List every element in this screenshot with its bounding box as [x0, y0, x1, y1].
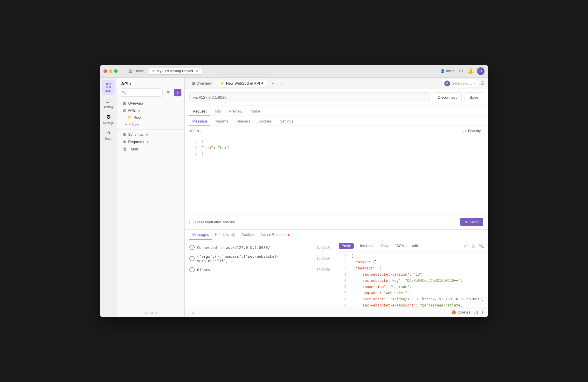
new-item-row[interactable]: + + New	[117, 121, 184, 128]
info-bar-button[interactable]: ℹ	[482, 310, 483, 314]
connected-icon: ✓	[189, 245, 195, 250]
message-tabs: Message Params Headers Cookies Settings	[185, 115, 488, 125]
websocket-tab-label: New WebSocket API	[226, 81, 260, 86]
pretty-button[interactable]: Pretty	[339, 243, 354, 249]
info-tab-info[interactable]: Info	[211, 108, 225, 115]
sidebar-item-testing[interactable]: Testing	[102, 96, 115, 110]
invite-icon: 👤	[440, 69, 445, 73]
copy-icon[interactable]: ⎘	[470, 243, 476, 249]
sidebar-schemas[interactable]: ⊞ Schemas ▶	[119, 131, 183, 138]
sidebar-divider	[117, 129, 184, 130]
plus-icon: +	[125, 123, 127, 127]
trash-label: Trash	[129, 147, 138, 151]
sidebar-item-apis[interactable]: APIs	[102, 80, 115, 95]
encoding-select[interactable]: JSON ▾	[393, 243, 409, 249]
sidebar-apis[interactable]: ⊞ APIs ▶	[119, 107, 183, 114]
close-button[interactable]	[103, 69, 107, 73]
bottom-tab-actual-request[interactable]: Actual Request	[258, 230, 293, 240]
expand-icon[interactable]: ⤢	[462, 243, 468, 249]
avatar[interactable]: U	[477, 67, 485, 75]
msg-tab-settings[interactable]: Settings	[277, 118, 296, 125]
collapse-button[interactable]: «	[189, 309, 196, 316]
search-json-icon[interactable]: 🔍	[478, 243, 485, 249]
format-select[interactable]: JSON ▾	[189, 129, 202, 133]
trash-icon: 🗑	[123, 147, 127, 151]
sidebar-root[interactable]: 📁 Root	[119, 114, 183, 121]
requests-label: Requests	[128, 140, 144, 144]
send-button[interactable]: ➤ Send	[460, 218, 483, 226]
msg-tab-params[interactable]: Params	[213, 118, 231, 125]
requests-icon: ⊞	[123, 140, 126, 144]
send-label: Send	[470, 220, 479, 224]
info-tab-name[interactable]: Name	[247, 108, 264, 115]
bottom-tab-messages[interactable]: Messages	[189, 230, 212, 240]
bottom-tab-cookies[interactable]: Cookies	[238, 230, 258, 240]
env-select[interactable]: ⚡ Select envi... ▾	[442, 79, 478, 88]
icon-sidebar: APIs Testing ⚙ Settings	[100, 78, 117, 317]
top-tab-bar: ⊞ Overview ⚡ New WebSocket API + ··· ⚡ S…	[185, 78, 488, 89]
raw-button[interactable]: Raw	[378, 243, 391, 249]
add-tab-button[interactable]: +	[269, 80, 276, 87]
menu-button[interactable]: ☰	[480, 81, 485, 86]
editor-area: JSON ▾ ✨ Beautify 1 {	[185, 125, 488, 229]
hexdump-button[interactable]: Hexdump	[355, 243, 376, 249]
apis-arrow-icon: ▶	[138, 109, 141, 112]
beautify-button[interactable]: ✨ Beautify	[460, 128, 483, 134]
msg-tab-message[interactable]: Message	[189, 118, 210, 125]
bottom-panel: Messages Headers 4 Cookies Actual Reques…	[185, 229, 488, 317]
message-item-connected[interactable]: ✓ Connected to ws://127.0.0.1:8080/ 16:0…	[185, 243, 335, 252]
home-tab[interactable]: 🏠 Home	[125, 68, 147, 74]
url-bar: Disconnect Save	[185, 89, 488, 105]
json-line-2: 2 "args": {},	[335, 259, 488, 265]
sidebar-overview[interactable]: ⊞ Overview	[119, 100, 183, 107]
maximize-button[interactable]	[114, 69, 118, 73]
settings-icon[interactable]: ⚙	[458, 68, 464, 74]
bell-icon[interactable]: 🔔	[467, 68, 473, 74]
sidebar-item-share[interactable]: Share	[102, 128, 115, 142]
code-editor[interactable]: 1 { 2 "foo": "bar" 3 }	[185, 137, 488, 215]
msg-tab-cookies[interactable]: Cookies	[255, 118, 275, 125]
cookies-bar-button[interactable]: 🍪 Cookies	[451, 310, 470, 314]
footer-label: APIDOG	[144, 311, 157, 315]
env-chevron-icon: ▾	[474, 82, 475, 85]
main-content: ⊞ Overview ⚡ New WebSocket API + ··· ⚡ S…	[185, 78, 488, 317]
add-button[interactable]: +	[174, 89, 181, 96]
invite-button[interactable]: 👤 Invite	[440, 69, 455, 73]
url-input[interactable]	[189, 92, 430, 102]
filter-button[interactable]	[164, 89, 172, 96]
new-label: + New	[129, 123, 139, 127]
clear-checkbox[interactable]: Clear input after sending	[189, 220, 235, 224]
encoding-label: JSON	[395, 244, 404, 248]
home-icon: 🏠	[128, 69, 133, 73]
more-tabs-button[interactable]: ···	[278, 80, 285, 87]
cookies-bar-label: Cookies	[457, 310, 470, 314]
clear-checkbox-input[interactable]	[189, 220, 193, 224]
json-msg-text: {"args":{},"headers":{"sec-websocket-ver…	[197, 254, 314, 263]
message-item-json[interactable]: ↓ {"args":{},"headers":{"sec-websocket-v…	[185, 252, 335, 265]
json-line-8: 8 "user-agent": "Apidog/1.0.0 (http://19…	[335, 296, 488, 302]
info-tabs: Request Info Preview Name	[185, 105, 488, 115]
info-icon: ℹ	[482, 310, 483, 314]
disconnect-button[interactable]: Disconnect	[433, 92, 462, 102]
sidebar-trash[interactable]: 🗑 Trash	[119, 145, 183, 153]
encoding2-select[interactable]: utf8 ▾	[410, 243, 422, 249]
save-button[interactable]: Save	[465, 92, 483, 102]
info-tab-request[interactable]: Request	[189, 108, 210, 115]
msg-tab-headers[interactable]: Headers	[233, 118, 253, 125]
sidebar-requests[interactable]: ⊞ Requests ▶	[119, 138, 183, 145]
minimize-button[interactable]	[109, 69, 112, 73]
bottom-content: ✓ Connected to ws://127.0.0.1:8080/ 16:0…	[185, 240, 488, 307]
json-msg-time: 16:08:50	[316, 257, 330, 261]
bottom-tab-headers[interactable]: Headers 4	[212, 230, 238, 240]
stats-bar-button[interactable]: 📊	[474, 310, 478, 314]
message-item-binary[interactable]: ↓ Binary 16:08:50	[185, 265, 335, 274]
filter-icon-btn[interactable]	[424, 243, 432, 249]
info-tab-preview[interactable]: Preview	[225, 108, 245, 115]
tab-websocket[interactable]: ⚡ New WebSocket API	[216, 80, 267, 87]
schemas-label: Schemas	[128, 133, 143, 137]
project-tab-close-icon[interactable]: ✕	[196, 69, 198, 73]
sidebar-search-row: 🔍 +	[117, 88, 184, 99]
tab-overview[interactable]: ⊞ Overview	[188, 80, 215, 87]
project-tab[interactable]: ✕ My First Apidog Project ✕	[148, 68, 202, 74]
sidebar-item-settings[interactable]: ⚙ Settings	[102, 112, 115, 126]
